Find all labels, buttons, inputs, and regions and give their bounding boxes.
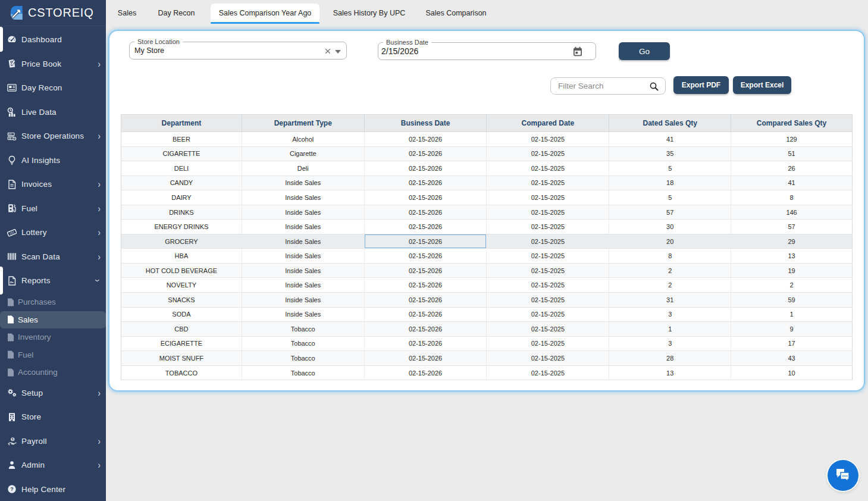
svg-text:?: ?: [10, 486, 14, 492]
svg-text:$: $: [12, 437, 14, 441]
